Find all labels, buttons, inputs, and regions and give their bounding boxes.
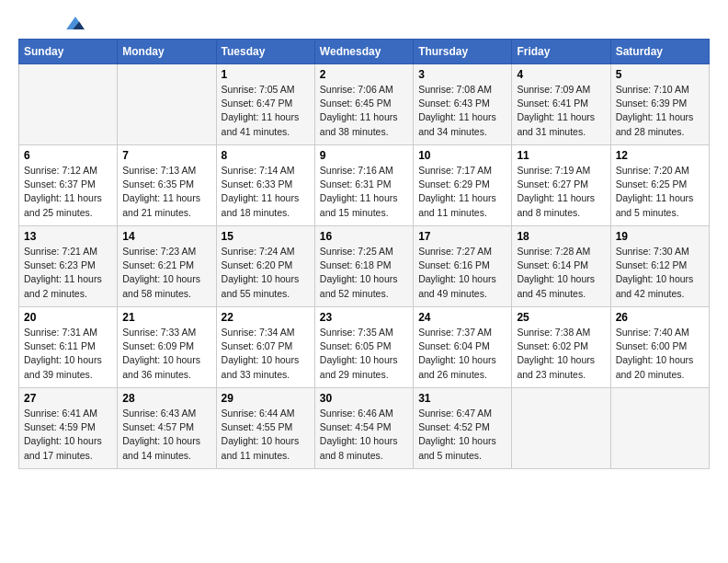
calendar-cell: 6Sunrise: 7:12 AM Sunset: 6:37 PM Daylig… — [19, 145, 118, 226]
calendar-cell: 26Sunrise: 7:40 AM Sunset: 6:00 PM Dayli… — [610, 307, 709, 388]
day-info: Sunrise: 7:27 AM Sunset: 6:16 PM Dayligh… — [418, 245, 506, 301]
day-info: Sunrise: 7:28 AM Sunset: 6:14 PM Dayligh… — [517, 245, 605, 301]
weekday-header: Saturday — [610, 40, 709, 64]
calendar-cell: 31Sunrise: 6:47 AM Sunset: 4:52 PM Dayli… — [414, 388, 512, 469]
day-number: 25 — [517, 311, 605, 324]
day-number: 21 — [122, 311, 210, 324]
day-info: Sunrise: 7:12 AM Sunset: 6:37 PM Dayligh… — [24, 164, 112, 220]
calendar-cell — [118, 64, 216, 145]
day-info: Sunrise: 7:34 AM Sunset: 6:07 PM Dayligh… — [222, 326, 310, 382]
calendar-cell: 7Sunrise: 7:13 AM Sunset: 6:35 PM Daylig… — [118, 145, 216, 226]
day-number: 4 — [517, 68, 605, 81]
calendar-week-row: 13Sunrise: 7:21 AM Sunset: 6:23 PM Dayli… — [19, 226, 710, 307]
calendar-cell: 2Sunrise: 7:06 AM Sunset: 6:45 PM Daylig… — [314, 64, 413, 145]
day-info: Sunrise: 7:06 AM Sunset: 6:45 PM Dayligh… — [320, 83, 408, 139]
day-info: Sunrise: 7:37 AM Sunset: 6:04 PM Dayligh… — [418, 326, 506, 382]
logo — [18, 18, 85, 29]
day-number: 15 — [222, 230, 310, 243]
calendar-cell: 19Sunrise: 7:30 AM Sunset: 6:12 PM Dayli… — [610, 226, 709, 307]
calendar-week-row: 27Sunrise: 6:41 AM Sunset: 4:59 PM Dayli… — [19, 388, 710, 469]
calendar-cell: 24Sunrise: 7:37 AM Sunset: 6:04 PM Dayli… — [414, 307, 512, 388]
calendar-table: SundayMondayTuesdayWednesdayThursdayFrid… — [18, 39, 710, 469]
day-number: 5 — [616, 68, 704, 81]
day-number: 22 — [222, 311, 310, 324]
day-number: 26 — [616, 311, 704, 324]
day-info: Sunrise: 7:38 AM Sunset: 6:02 PM Dayligh… — [517, 326, 605, 382]
day-number: 11 — [517, 149, 605, 162]
weekday-header: Thursday — [414, 40, 512, 64]
weekday-header: Monday — [118, 40, 216, 64]
calendar-cell: 30Sunrise: 6:46 AM Sunset: 4:54 PM Dayli… — [314, 388, 413, 469]
weekday-header: Wednesday — [314, 40, 413, 64]
calendar-cell: 18Sunrise: 7:28 AM Sunset: 6:14 PM Dayli… — [512, 226, 610, 307]
calendar-cell: 11Sunrise: 7:19 AM Sunset: 6:27 PM Dayli… — [512, 145, 610, 226]
calendar-week-row: 1Sunrise: 7:05 AM Sunset: 6:47 PM Daylig… — [19, 64, 710, 145]
day-number: 28 — [122, 392, 210, 405]
day-info: Sunrise: 6:47 AM Sunset: 4:52 PM Dayligh… — [418, 407, 506, 463]
day-number: 2 — [320, 68, 408, 81]
day-info: Sunrise: 6:41 AM Sunset: 4:59 PM Dayligh… — [24, 407, 112, 463]
day-number: 23 — [320, 311, 408, 324]
calendar-cell: 12Sunrise: 7:20 AM Sunset: 6:25 PM Dayli… — [610, 145, 709, 226]
day-info: Sunrise: 7:21 AM Sunset: 6:23 PM Dayligh… — [24, 245, 112, 301]
weekday-header: Tuesday — [216, 40, 314, 64]
weekday-header: Friday — [512, 40, 610, 64]
day-info: Sunrise: 7:17 AM Sunset: 6:29 PM Dayligh… — [418, 164, 506, 220]
day-number: 6 — [24, 149, 112, 162]
calendar-cell: 27Sunrise: 6:41 AM Sunset: 4:59 PM Dayli… — [19, 388, 118, 469]
day-number: 7 — [122, 149, 210, 162]
page-header — [18, 18, 710, 29]
calendar-cell: 28Sunrise: 6:43 AM Sunset: 4:57 PM Dayli… — [118, 388, 216, 469]
calendar-cell — [19, 64, 118, 145]
calendar-week-row: 6Sunrise: 7:12 AM Sunset: 6:37 PM Daylig… — [19, 145, 710, 226]
day-number: 30 — [320, 392, 408, 405]
calendar-cell: 16Sunrise: 7:25 AM Sunset: 6:18 PM Dayli… — [314, 226, 413, 307]
calendar-cell: 22Sunrise: 7:34 AM Sunset: 6:07 PM Dayli… — [216, 307, 314, 388]
calendar-cell: 3Sunrise: 7:08 AM Sunset: 6:43 PM Daylig… — [414, 64, 512, 145]
day-info: Sunrise: 7:16 AM Sunset: 6:31 PM Dayligh… — [320, 164, 408, 220]
calendar-cell: 5Sunrise: 7:10 AM Sunset: 6:39 PM Daylig… — [610, 64, 709, 145]
calendar-cell: 20Sunrise: 7:31 AM Sunset: 6:11 PM Dayli… — [19, 307, 118, 388]
calendar-cell: 13Sunrise: 7:21 AM Sunset: 6:23 PM Dayli… — [19, 226, 118, 307]
calendar-cell: 8Sunrise: 7:14 AM Sunset: 6:33 PM Daylig… — [216, 145, 314, 226]
day-number: 24 — [418, 311, 506, 324]
logo-icon — [66, 17, 85, 29]
day-number: 9 — [320, 149, 408, 162]
day-info: Sunrise: 7:33 AM Sunset: 6:09 PM Dayligh… — [122, 326, 210, 382]
day-info: Sunrise: 6:43 AM Sunset: 4:57 PM Dayligh… — [122, 407, 210, 463]
calendar-cell: 29Sunrise: 6:44 AM Sunset: 4:55 PM Dayli… — [216, 388, 314, 469]
day-info: Sunrise: 7:09 AM Sunset: 6:41 PM Dayligh… — [517, 83, 605, 139]
day-info: Sunrise: 7:19 AM Sunset: 6:27 PM Dayligh… — [517, 164, 605, 220]
day-info: Sunrise: 7:30 AM Sunset: 6:12 PM Dayligh… — [616, 245, 704, 301]
day-number: 19 — [616, 230, 704, 243]
day-info: Sunrise: 6:46 AM Sunset: 4:54 PM Dayligh… — [320, 407, 408, 463]
day-number: 1 — [222, 68, 310, 81]
day-info: Sunrise: 7:40 AM Sunset: 6:00 PM Dayligh… — [616, 326, 704, 382]
calendar-cell — [610, 388, 709, 469]
day-info: Sunrise: 7:20 AM Sunset: 6:25 PM Dayligh… — [616, 164, 704, 220]
calendar-cell: 9Sunrise: 7:16 AM Sunset: 6:31 PM Daylig… — [314, 145, 413, 226]
day-info: Sunrise: 7:05 AM Sunset: 6:47 PM Dayligh… — [222, 83, 310, 139]
day-info: Sunrise: 7:14 AM Sunset: 6:33 PM Dayligh… — [222, 164, 310, 220]
day-number: 31 — [418, 392, 506, 405]
calendar-cell: 15Sunrise: 7:24 AM Sunset: 6:20 PM Dayli… — [216, 226, 314, 307]
day-number: 3 — [418, 68, 506, 81]
day-number: 17 — [418, 230, 506, 243]
calendar-cell: 10Sunrise: 7:17 AM Sunset: 6:29 PM Dayli… — [414, 145, 512, 226]
calendar-cell: 14Sunrise: 7:23 AM Sunset: 6:21 PM Dayli… — [118, 226, 216, 307]
calendar-cell: 21Sunrise: 7:33 AM Sunset: 6:09 PM Dayli… — [118, 307, 216, 388]
day-info: Sunrise: 7:25 AM Sunset: 6:18 PM Dayligh… — [320, 245, 408, 301]
day-number: 8 — [222, 149, 310, 162]
weekday-header: Sunday — [19, 40, 118, 64]
day-number: 27 — [24, 392, 112, 405]
day-number: 14 — [122, 230, 210, 243]
calendar-cell — [512, 388, 610, 469]
calendar-cell: 1Sunrise: 7:05 AM Sunset: 6:47 PM Daylig… — [216, 64, 314, 145]
day-info: Sunrise: 6:44 AM Sunset: 4:55 PM Dayligh… — [222, 407, 310, 463]
day-info: Sunrise: 7:13 AM Sunset: 6:35 PM Dayligh… — [122, 164, 210, 220]
weekday-header-row: SundayMondayTuesdayWednesdayThursdayFrid… — [19, 40, 710, 64]
day-number: 12 — [616, 149, 704, 162]
day-info: Sunrise: 7:24 AM Sunset: 6:20 PM Dayligh… — [222, 245, 310, 301]
calendar-cell: 17Sunrise: 7:27 AM Sunset: 6:16 PM Dayli… — [414, 226, 512, 307]
day-info: Sunrise: 7:10 AM Sunset: 6:39 PM Dayligh… — [616, 83, 704, 139]
